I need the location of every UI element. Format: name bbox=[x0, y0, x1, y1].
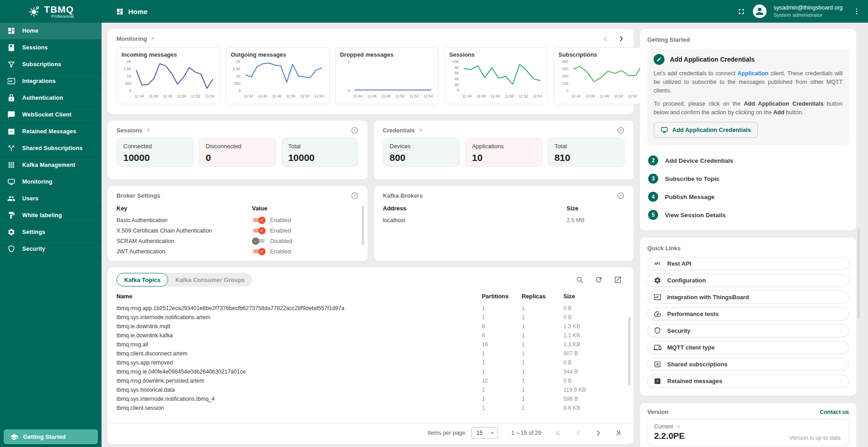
chart-tile-outgoing-messages[interactable]: Outgoing messages2K1.5K1K500011:4411:461… bbox=[226, 47, 330, 104]
sidebar-item-sessions[interactable]: Sessions bbox=[0, 39, 102, 56]
tab-kafka-consumer-groups[interactable]: Kafka Consumer Groups bbox=[168, 273, 252, 287]
quick-link-rest-api[interactable]: APIRest API bbox=[647, 257, 849, 270]
scrollbar[interactable] bbox=[858, 228, 860, 319]
quick-link-shared-subscriptions[interactable]: Shared subscriptions bbox=[647, 358, 849, 371]
sidebar-item-websocket-client[interactable]: WebSocket Client bbox=[0, 107, 102, 123]
more-menu-icon[interactable] bbox=[853, 7, 861, 15]
search-icon[interactable] bbox=[576, 276, 584, 284]
open-credentials-icon[interactable] bbox=[417, 127, 423, 133]
toggle-switch[interactable] bbox=[252, 248, 266, 255]
quick-link-configuration[interactable]: Configuration bbox=[647, 274, 849, 287]
refresh-icon[interactable] bbox=[595, 276, 603, 284]
chart-tile-dropped-messages[interactable]: Dropped messages1011:4411:4611:4811:5011… bbox=[335, 47, 439, 104]
col-size[interactable]: Size bbox=[563, 293, 625, 300]
table-row[interactable]: tbmq.ie.downlink.kafka611.1 KB bbox=[116, 331, 625, 340]
toggle-switch[interactable] bbox=[252, 238, 266, 245]
quick-link-security[interactable]: Security bbox=[647, 324, 849, 337]
prev-page-icon[interactable] bbox=[575, 429, 582, 437]
step-add-device-credentials[interactable]: 2Add Device Credentials bbox=[647, 151, 849, 170]
col-partitions[interactable]: Partitions bbox=[482, 293, 522, 300]
sidebar-item-shared-subscriptions[interactable]: Shared Subscriptions bbox=[0, 140, 102, 157]
brand-logo[interactable]: TBMQ Professional bbox=[0, 0, 102, 23]
step-add-application-credentials[interactable]: Add Application Credentials Let's add cr… bbox=[647, 49, 849, 145]
broker-settings-help-icon[interactable]: ? bbox=[351, 192, 359, 199]
kafka-brokers-help-icon[interactable]: ? bbox=[617, 192, 625, 199]
carousel-next-icon[interactable] bbox=[618, 35, 625, 42]
table-row[interactable]: tbmq.sys.internode.notifications.tbmq_41… bbox=[116, 394, 625, 403]
sidebar-item-kafka-management[interactable]: Kafka Management bbox=[0, 157, 102, 174]
sessions-help-icon[interactable]: ? bbox=[351, 126, 359, 134]
sidebar-item-retained-messages[interactable]: Retained Messages bbox=[0, 123, 102, 140]
items-per-page-select[interactable]: 15 bbox=[471, 427, 498, 439]
credentials-help-icon[interactable]: ? bbox=[617, 126, 625, 134]
sidebar-item-subscriptions[interactable]: Subscriptions bbox=[0, 56, 102, 73]
info-icon[interactable] bbox=[289, 52, 295, 58]
sidebar-item-authentication[interactable]: Authentication bbox=[0, 90, 102, 107]
scrollbar[interactable] bbox=[628, 317, 630, 385]
info-icon[interactable] bbox=[396, 52, 402, 58]
col-replicas[interactable]: Replicas bbox=[522, 293, 563, 300]
stat-value: 10 bbox=[472, 152, 535, 163]
step-subscribe-to-topic[interactable]: 3Subscribe to Topic bbox=[647, 170, 849, 188]
info-icon[interactable] bbox=[477, 52, 484, 58]
user-info[interactable]: sysadmin@thingsboard.org System administ… bbox=[774, 5, 843, 18]
chart-tile-sessions[interactable]: Sessions10K8K6K4K2K011:4411:4611:4811:50… bbox=[444, 47, 548, 104]
open-sessions-icon[interactable] bbox=[145, 127, 151, 133]
table-row[interactable]: tbmq.ie.downlink.mqtt611.3 KB bbox=[116, 322, 625, 331]
kafka-topics-card: Kafka TopicsKafka Consumer Groups Name P… bbox=[107, 267, 634, 444]
table-row[interactable]: tbmq.sys.historical.data11119.9 KB bbox=[116, 385, 625, 394]
quick-link-mqtt-client-type[interactable]: MQTT client type bbox=[647, 341, 849, 354]
application-link[interactable]: Application bbox=[737, 70, 769, 77]
stat-tile-credentials-card-devices[interactable]: Devices800 bbox=[383, 138, 460, 167]
add-application-credentials-button[interactable]: Add Application Credentials bbox=[654, 122, 758, 138]
table-row[interactable]: tbmq.sys.internode.notifications.artem11… bbox=[116, 313, 625, 322]
next-page-icon[interactable] bbox=[595, 429, 602, 437]
contact-us-link[interactable]: Contact us bbox=[820, 409, 849, 415]
table-row[interactable]: tbmq.msg.all1612.3 KB bbox=[116, 340, 625, 349]
sidebar-item-label: Subscriptions bbox=[22, 61, 96, 68]
quick-link-retained-messages[interactable]: Retained messages bbox=[647, 374, 849, 388]
quick-link-integration-with-thingsboard[interactable]: Integration with ThingsBoard bbox=[647, 291, 849, 304]
paint-icon bbox=[7, 211, 15, 219]
stat-tile-credentials-card-total[interactable]: Total810 bbox=[548, 138, 625, 167]
stat-tile-sessions-card-connected[interactable]: Connected10000 bbox=[116, 138, 194, 167]
sidebar-item-security[interactable]: Security bbox=[0, 241, 102, 258]
carousel-prev-icon[interactable] bbox=[602, 35, 609, 42]
stat-value: 10000 bbox=[288, 152, 352, 163]
sidebar-item-white-labeling[interactable]: White labeling bbox=[0, 207, 102, 224]
sidebar-item-users[interactable]: Users bbox=[0, 190, 102, 207]
quick-link-performance-tests[interactable]: Performance tests bbox=[647, 307, 849, 321]
toggle-switch[interactable] bbox=[252, 217, 266, 224]
tab-kafka-topics[interactable]: Kafka Topics bbox=[116, 273, 168, 287]
col-name[interactable]: Name bbox=[116, 293, 482, 300]
kafka-broker-row[interactable]: localhost 2.5 MB bbox=[383, 215, 625, 225]
table-row[interactable]: tbmq.msg.app.1b2512eca293401e8be2f7376be… bbox=[116, 304, 625, 313]
sidebar-item-integrations[interactable]: Integrations bbox=[0, 73, 102, 90]
current-version-box[interactable]: Current 2.2.0PE Version is up to date. bbox=[647, 419, 849, 446]
table-row[interactable]: tbmq.client.session118.6 KB bbox=[116, 403, 625, 413]
info-icon[interactable] bbox=[600, 52, 606, 58]
open-in-new-icon[interactable] bbox=[614, 276, 622, 284]
sidebar-item-settings[interactable]: Settings bbox=[0, 224, 102, 241]
stat-tile-sessions-card-disconnected[interactable]: Disconnected0 bbox=[199, 138, 276, 167]
table-row[interactable]: tbmq.sys.app.removed110 B bbox=[116, 358, 625, 367]
table-row[interactable]: tbmq.msg.ie.040fe4e098454e0db2640b30217a… bbox=[116, 367, 625, 376]
last-page-icon[interactable] bbox=[615, 429, 622, 437]
table-row[interactable]: tbmq.client.disconnect.artem11907 B bbox=[116, 349, 625, 358]
stat-tile-credentials-card-applications[interactable]: Applications10 bbox=[465, 138, 542, 167]
first-page-icon[interactable] bbox=[555, 429, 562, 437]
step-publish-message[interactable]: 4Publish Message bbox=[647, 188, 849, 206]
avatar[interactable] bbox=[753, 5, 766, 18]
getting-started-button[interactable]: Getting Started bbox=[4, 429, 98, 444]
stat-tile-sessions-card-total[interactable]: Total10000 bbox=[281, 138, 359, 167]
chart-tile-incoming-messages[interactable]: Incoming messages2K1.5K1K500011:4411:461… bbox=[116, 47, 220, 104]
info-icon[interactable] bbox=[179, 52, 186, 58]
step-view-session-details[interactable]: 5View Session Details bbox=[647, 206, 849, 224]
fullscreen-icon[interactable] bbox=[737, 7, 746, 16]
open-monitoring-icon[interactable] bbox=[150, 36, 155, 42]
sidebar-item-home[interactable]: Home bbox=[0, 23, 102, 39]
table-row[interactable]: tbmq.msg.downlink.persisted.artem1210 B bbox=[116, 376, 625, 385]
scrollbar[interactable] bbox=[362, 206, 364, 245]
toggle-switch[interactable] bbox=[252, 227, 266, 234]
sidebar-item-monitoring[interactable]: Monitoring bbox=[0, 174, 102, 190]
